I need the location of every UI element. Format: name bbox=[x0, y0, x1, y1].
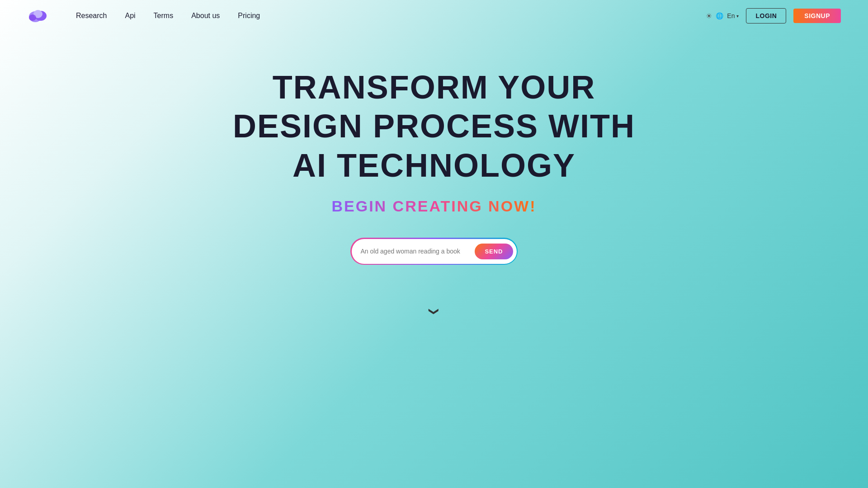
search-inner: SEND bbox=[352, 239, 517, 264]
nav-right: ☀ 🌐 En ▾ LOGIN SIGNUP bbox=[706, 8, 841, 23]
nav-links: Research Api Terms About us Pricing bbox=[76, 12, 706, 20]
chevron-down-icon: ▾ bbox=[736, 14, 739, 19]
hero-section: Transform your design process with AI te… bbox=[0, 32, 868, 317]
nav-link-about-us[interactable]: About us bbox=[191, 12, 220, 20]
signup-button[interactable]: SIGNUP bbox=[793, 9, 841, 23]
navbar: Research Api Terms About us Pricing ☀ 🌐 … bbox=[0, 0, 868, 32]
send-button[interactable]: SEND bbox=[475, 244, 513, 259]
scroll-down-indicator[interactable]: ❯ bbox=[430, 305, 438, 317]
logo-icon bbox=[27, 7, 49, 25]
hero-subtitle: Begin creating now! bbox=[331, 197, 536, 215]
nav-link-api[interactable]: Api bbox=[125, 12, 135, 20]
sun-icon: ☀ bbox=[706, 12, 712, 20]
search-container: SEND bbox=[350, 238, 518, 265]
nav-link-research[interactable]: Research bbox=[76, 12, 107, 20]
hero-title: Transform your design process with AI te… bbox=[208, 68, 660, 185]
nav-link-pricing[interactable]: Pricing bbox=[238, 12, 260, 20]
nav-link-terms[interactable]: Terms bbox=[154, 12, 174, 20]
language-selector[interactable]: ☀ 🌐 En ▾ bbox=[706, 12, 739, 20]
prompt-input[interactable] bbox=[361, 248, 472, 255]
login-button[interactable]: LOGIN bbox=[746, 8, 786, 23]
logo-container[interactable] bbox=[27, 7, 49, 25]
globe-icon: 🌐 bbox=[716, 12, 723, 19]
lang-label[interactable]: En ▾ bbox=[727, 12, 739, 19]
search-outer-border: SEND bbox=[350, 238, 518, 265]
chevron-down-icon[interactable]: ❯ bbox=[428, 307, 440, 315]
svg-point-3 bbox=[29, 14, 36, 21]
